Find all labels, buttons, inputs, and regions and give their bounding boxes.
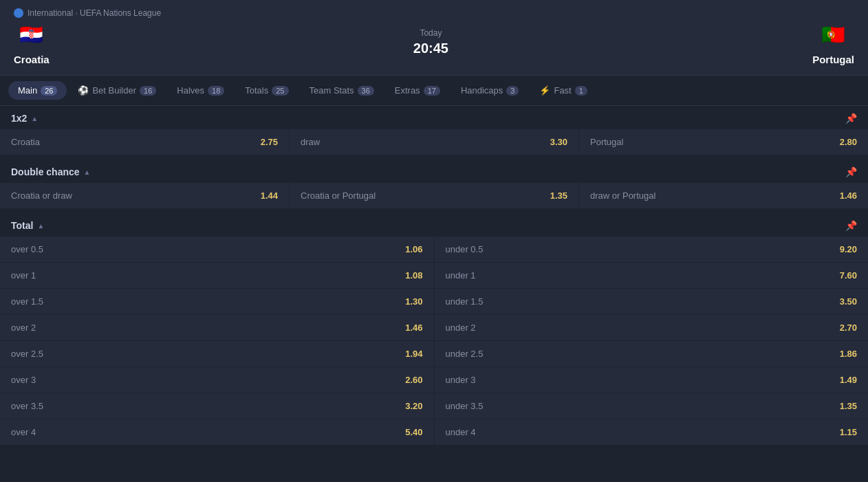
total-row: over 2.5 1.94 under 2.5 1.86	[0, 341, 868, 367]
total-row: over 1.5 1.30 under 1.5 3.50	[0, 289, 868, 315]
away-team-name: Portugal	[812, 54, 854, 65]
draw-odds-cell[interactable]: draw 3.30	[289, 129, 578, 155]
over-odds-5: 2.60	[405, 375, 422, 385]
under-label-3: under 2	[446, 322, 476, 333]
tab-totals-label: Totals	[245, 85, 268, 96]
home-away-cell[interactable]: Croatia or Portugal 1.35	[289, 183, 578, 208]
tab-bet-builder-label: Bet Builder	[92, 85, 136, 96]
draw-odds-label: draw	[301, 137, 320, 147]
home-draw-odds: 1.44	[261, 190, 278, 201]
tab-team-stats[interactable]: Team Stats36	[300, 81, 384, 100]
under-label-5: under 3	[446, 375, 476, 385]
section-1x2-arrow: ▲	[31, 115, 38, 122]
under-label-0: under 0.5	[446, 244, 484, 254]
tab-fast[interactable]: ⚡Fast1	[530, 81, 596, 100]
over-cell-0[interactable]: over 0.5 1.06	[0, 237, 434, 262]
tab-extras-label: Extras	[395, 85, 420, 96]
tab-main[interactable]: Main26	[8, 81, 67, 100]
over-cell-6[interactable]: over 3.5 3.20	[0, 393, 434, 419]
home-draw-cell[interactable]: Croatia or draw 1.44	[0, 183, 289, 208]
section-total-pin[interactable]: 📌	[845, 220, 857, 231]
draw-away-label: draw or Portugal	[590, 190, 655, 201]
over-odds-1: 1.08	[405, 270, 422, 281]
league-text: International · UEFA Nations League	[28, 8, 161, 18]
over-cell-7[interactable]: over 4 5.40	[0, 419, 434, 445]
under-label-7: under 4	[446, 427, 476, 437]
tab-bet-builder-badge: 16	[140, 86, 156, 96]
over-label-0: over 0.5	[11, 244, 43, 254]
under-cell-1[interactable]: under 1 7.60	[434, 263, 869, 288]
section-double-chance-pin[interactable]: 📌	[845, 166, 857, 177]
section-1x2-header[interactable]: 1x2 ▲ 📌	[0, 106, 868, 129]
over-label-6: over 3.5	[11, 401, 43, 411]
home-odds-value: 2.75	[261, 137, 278, 147]
section-double-chance-title: Double chance	[11, 166, 80, 177]
under-label-2: under 1.5	[446, 296, 484, 307]
under-label-4: under 2.5	[446, 349, 484, 359]
away-odds-label: Portugal	[590, 137, 623, 147]
tab-handicaps-label: Handicaps	[461, 85, 503, 96]
tab-bet-builder[interactable]: ⚽Bet Builder16	[68, 81, 166, 100]
total-row: over 3.5 3.20 under 3.5 1.35	[0, 393, 868, 419]
under-cell-3[interactable]: under 2 2.70	[434, 315, 869, 340]
away-flag: 🇵🇹	[818, 19, 849, 50]
over-cell-3[interactable]: over 2 1.46	[0, 315, 434, 340]
over-cell-5[interactable]: over 3 2.60	[0, 367, 434, 393]
tab-halves[interactable]: Halves18	[167, 81, 234, 100]
tab-extras[interactable]: Extras17	[385, 81, 450, 100]
section-total: Total ▲ 📌 over 0.5 1.06 under 0.5 9.20 o…	[0, 213, 868, 446]
tab-handicaps[interactable]: Handicaps3	[451, 81, 529, 100]
under-odds-4: 1.86	[840, 349, 857, 359]
total-row: over 1 1.08 under 1 7.60	[0, 263, 868, 289]
total-row: over 4 5.40 under 4 1.15	[0, 419, 868, 446]
match-time-label: Today	[413, 28, 448, 38]
double-chance-odds-row: Croatia or draw 1.44 Croatia or Portugal…	[0, 183, 868, 209]
under-cell-0[interactable]: under 0.5 9.20	[434, 237, 869, 262]
under-cell-6[interactable]: under 3.5 1.35	[434, 393, 869, 419]
over-odds-0: 1.06	[405, 244, 422, 254]
total-row: over 2 1.46 under 2 2.70	[0, 315, 868, 341]
under-odds-7: 1.15	[840, 427, 857, 437]
section-total-title: Total	[11, 220, 33, 231]
section-double-chance-header[interactable]: Double chance ▲ 📌	[0, 160, 868, 183]
under-cell-2[interactable]: under 1.5 3.50	[434, 289, 869, 314]
under-odds-1: 7.60	[840, 270, 857, 281]
tab-main-label: Main	[18, 85, 37, 96]
over-odds-2: 1.30	[405, 296, 422, 307]
over-label-2: over 1.5	[11, 296, 43, 307]
section-total-header[interactable]: Total ▲ 📌	[0, 213, 868, 237]
under-label-1: under 1	[446, 270, 476, 281]
total-row: over 3 2.60 under 3 1.49	[0, 367, 868, 393]
over-label-1: over 1	[11, 270, 36, 281]
away-odds-cell[interactable]: Portugal 2.80	[578, 129, 868, 155]
home-away-odds: 1.35	[550, 190, 567, 201]
over-cell-2[interactable]: over 1.5 1.30	[0, 289, 434, 314]
under-cell-4[interactable]: under 2.5 1.86	[434, 341, 869, 366]
under-cell-5[interactable]: under 3 1.49	[434, 367, 869, 393]
over-label-4: over 2.5	[11, 349, 43, 359]
tab-fast-label: Fast	[554, 85, 571, 96]
section-double-chance-arrow: ▲	[84, 168, 91, 176]
under-cell-7[interactable]: under 4 1.15	[434, 419, 869, 445]
tab-bet-builder-icon: ⚽	[78, 85, 89, 96]
over-label-5: over 3	[11, 375, 36, 385]
draw-odds-value: 3.30	[550, 137, 567, 147]
home-away-label: Croatia or Portugal	[301, 190, 376, 201]
home-odds-label: Croatia	[11, 137, 40, 147]
tab-totals[interactable]: Totals25	[235, 81, 298, 100]
over-label-3: over 2	[11, 322, 36, 333]
tab-main-badge: 26	[41, 86, 57, 96]
over-cell-1[interactable]: over 1 1.08	[0, 263, 434, 288]
draw-away-odds: 1.46	[840, 190, 857, 201]
home-odds-cell[interactable]: Croatia 2.75	[0, 129, 289, 155]
match-center: Today 20:45	[413, 28, 448, 56]
tab-halves-label: Halves	[177, 85, 204, 96]
tabs-nav: Main26⚽Bet Builder16Halves18Totals25Team…	[0, 76, 868, 106]
section-1x2-pin[interactable]: 📌	[845, 113, 857, 124]
section-total-arrow: ▲	[37, 222, 44, 230]
draw-away-cell[interactable]: draw or Portugal 1.46	[578, 183, 868, 208]
over-odds-4: 1.94	[405, 349, 422, 359]
over-cell-4[interactable]: over 2.5 1.94	[0, 341, 434, 366]
tab-fast-icon: ⚡	[539, 85, 550, 96]
under-odds-5: 1.49	[840, 375, 857, 385]
